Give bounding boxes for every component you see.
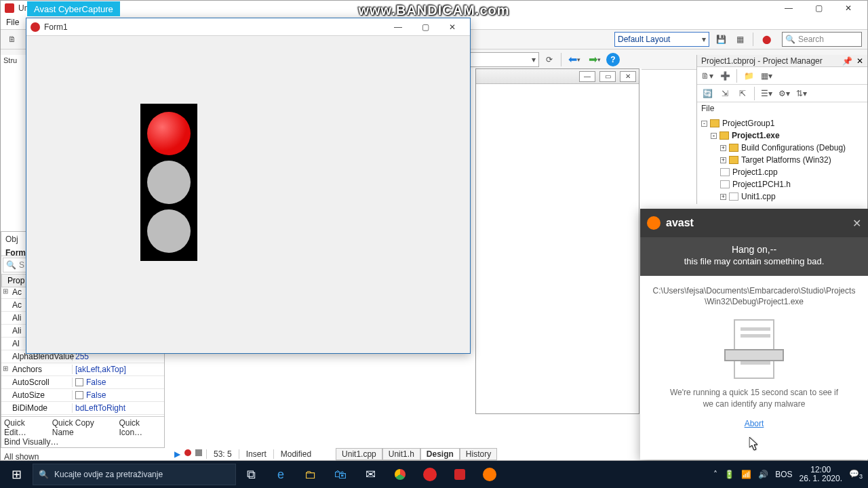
mail-app-icon[interactable]: ✉ <box>355 461 385 488</box>
tray-battery-icon[interactable]: 🔋 <box>724 470 734 479</box>
cppbuilder-app-icon[interactable] <box>445 461 475 488</box>
pm-sort-icon[interactable]: ⇅▾ <box>794 87 809 100</box>
project-tree-node[interactable]: Project1PCH1.h <box>701 178 863 190</box>
pm-file-header: File <box>697 102 867 115</box>
layout-combo[interactable]: Default Layout ▾ <box>614 32 709 47</box>
task-view-button[interactable]: ⧉ <box>236 461 266 488</box>
tray-wifi-icon[interactable]: 📶 <box>741 470 751 479</box>
form1-close-button[interactable]: ✕ <box>439 19 466 35</box>
pm-expand-icon[interactable]: ⇲ <box>717 87 732 100</box>
project-tree-node[interactable]: Project1.cpp <box>701 166 863 178</box>
layout-icon[interactable]: ▦ <box>732 32 747 47</box>
property-value[interactable]: False <box>72 378 164 387</box>
design-grid[interactable] <box>479 84 636 411</box>
play-icon[interactable]: ▶ <box>174 449 180 459</box>
file-icon <box>729 144 738 152</box>
new-file-icon[interactable]: 🗎 <box>5 32 20 47</box>
stop-icon[interactable]: ⬤ <box>759 32 774 47</box>
checkbox-icon[interactable] <box>75 391 83 399</box>
design-form-preview[interactable]: — ▭ ✕ <box>475 68 639 414</box>
property-row[interactable]: AutoScrollFalse <box>1 376 164 389</box>
taskbar-search[interactable]: 🔍 Kucajte ovdje za pretraživanje <box>33 464 236 485</box>
property-name: Anchors <box>1 365 72 374</box>
insert-mode: Insert <box>239 449 273 459</box>
tray-notifications-icon[interactable]: 💬3 <box>849 469 863 480</box>
tree-node-label: ProjectGroup1 <box>722 119 774 128</box>
windows-taskbar: ⊞ 🔍 Kucajte ovdje za pretraživanje ⧉ e 🗀… <box>0 461 868 488</box>
store-app-icon[interactable]: 🛍 <box>326 461 355 488</box>
explorer-app-icon[interactable]: 🗀 <box>296 461 326 488</box>
tray-language[interactable]: BOS <box>775 470 792 479</box>
ide-search-box[interactable]: 🔍 Search <box>782 32 862 47</box>
nav-back-button[interactable]: ⬅▾ <box>566 52 583 67</box>
tree-expand-icon[interactable]: + <box>720 145 726 151</box>
panel-close-icon[interactable]: ✕ <box>856 56 863 66</box>
avast-file-path: C:\Users\fejsa\Documents\Embarcadero\Stu… <box>651 285 857 307</box>
menu-file[interactable]: File <box>6 18 19 27</box>
chrome-app-icon[interactable] <box>385 461 415 488</box>
pin-icon[interactable]: 📌 <box>842 56 852 66</box>
bandicam-app-icon[interactable] <box>415 461 445 488</box>
refresh-icon[interactable]: ⟳ <box>542 52 557 67</box>
form1-maximize-button[interactable]: ▢ <box>412 19 439 35</box>
pm-collapse-icon[interactable]: ⇱ <box>735 87 750 100</box>
quick-edit-link[interactable]: Quick Edit… <box>4 418 45 437</box>
property-row[interactable]: BiDiModebdLeftToRight <box>1 402 164 415</box>
avast-close-button[interactable]: ✕ <box>852 217 861 230</box>
stop-square-icon[interactable] <box>195 449 202 456</box>
editor-tab[interactable]: Design <box>420 448 460 460</box>
design-max-button[interactable]: ▭ <box>599 71 616 82</box>
pm-folder-icon[interactable]: 📁 <box>741 69 756 83</box>
editor-tab[interactable]: Unit1.cpp <box>336 448 382 460</box>
avast-abort-link[interactable]: Abort <box>745 419 764 428</box>
save-layout-icon[interactable]: 💾 <box>713 32 728 47</box>
project-tree-node[interactable]: +Unit1.cpp <box>701 190 863 203</box>
editor-tab[interactable]: History <box>460 448 497 460</box>
design-close-button[interactable]: ✕ <box>620 71 636 82</box>
ide-close-button[interactable]: ✕ <box>833 1 863 16</box>
notif-count: 3 <box>859 473 863 480</box>
tree-expand-icon[interactable]: + <box>720 157 726 163</box>
tree-expand-icon[interactable]: - <box>711 133 717 139</box>
project-tree-node[interactable]: -ProjectGroup1 <box>701 117 863 129</box>
property-row[interactable]: Anchors[akLeft,akTop] <box>1 363 164 376</box>
ide-maximize-button[interactable]: ▢ <box>804 1 833 16</box>
editor-tab[interactable]: Unit1.h <box>382 448 420 460</box>
project-tree[interactable]: -ProjectGroup1-Project1.exe+Build Config… <box>697 115 867 205</box>
help-icon[interactable]: ? <box>606 53 620 66</box>
form1-titlebar[interactable]: Form1 — ▢ ✕ <box>26 18 470 36</box>
pm-sync-icon[interactable]: 🔄 <box>700 87 715 100</box>
pm-add-icon[interactable]: ➕ <box>717 69 732 83</box>
modified-state: Modified <box>273 449 318 459</box>
property-value[interactable]: False <box>72 390 164 400</box>
property-row[interactable]: AutoSizeFalse <box>1 389 164 402</box>
tree-expand-icon[interactable]: + <box>720 194 726 200</box>
tree-expand-icon[interactable]: - <box>701 121 707 127</box>
toolbar-separator <box>561 53 561 66</box>
pm-view-icon[interactable]: ▦▾ <box>759 69 774 83</box>
tray-volume-icon[interactable]: 🔊 <box>758 470 768 479</box>
form1-minimize-button[interactable]: — <box>384 19 412 35</box>
property-value[interactable]: bdLeftToRight <box>72 403 164 413</box>
record-icon[interactable] <box>184 449 191 456</box>
avast-app-icon[interactable] <box>475 461 505 488</box>
pm-filter-icon[interactable]: ⚙▾ <box>776 87 791 100</box>
project-tree-node[interactable]: +Target Platforms (Win32) <box>701 154 863 166</box>
pm-new-icon[interactable]: 🗎▾ <box>700 69 715 83</box>
nav-forward-button[interactable]: ➡▾ <box>586 52 604 67</box>
tray-chevron-icon[interactable]: ˄ <box>713 470 717 479</box>
edge-app-icon[interactable]: e <box>266 461 296 488</box>
checkbox-icon[interactable] <box>75 378 83 386</box>
pm-list-icon[interactable]: ☰▾ <box>759 87 774 100</box>
design-min-button[interactable]: — <box>579 71 595 82</box>
project-tree-node[interactable]: +Build Configurations (Debug) <box>701 142 863 154</box>
tray-clock[interactable]: 12:00 26. 1. 2020. <box>800 466 842 483</box>
quick-icon-link[interactable]: Quick Icon… <box>119 418 161 437</box>
ide-minimize-button[interactable]: — <box>774 1 804 16</box>
start-button[interactable]: ⊞ <box>0 461 33 488</box>
project-tree-node[interactable]: -Project1.exe <box>701 129 863 142</box>
bind-visually-link[interactable]: Bind Visually… <box>4 437 161 447</box>
system-tray: ˄ 🔋 📶 🔊 BOS 12:00 26. 1. 2020. 💬3 <box>713 466 868 483</box>
property-value[interactable]: [akLeft,akTop] <box>72 365 164 374</box>
quick-copy-link[interactable]: Quick Copy Name <box>52 418 113 437</box>
